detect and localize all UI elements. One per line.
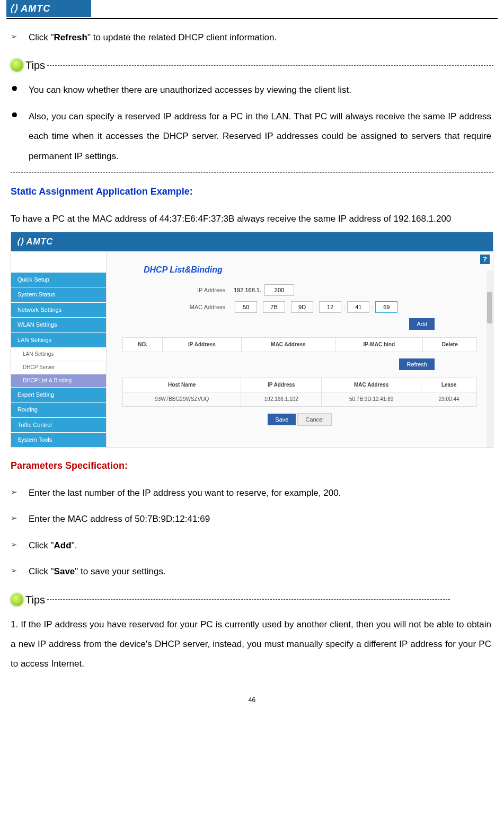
tip-item: ⏺ You can know whether there are unautho… (11, 80, 493, 100)
sidebar-sub-lan-settings[interactable]: LAN Settings (11, 348, 106, 361)
mac-input-3[interactable] (291, 301, 313, 313)
col-bind: IP-MAC bind (335, 338, 423, 352)
tips-label: Tips (25, 54, 45, 77)
ip-prefix: 192.168.1. (234, 286, 261, 294)
router-ui-screenshot: ⟨⟩ AMTC ? Quick Setup System Status Netw… (11, 232, 493, 449)
col-mac2: MAC Address (322, 378, 421, 392)
col-ip: IP Address (163, 338, 241, 352)
mac-input-5[interactable] (347, 301, 369, 313)
scrollbar[interactable] (487, 270, 493, 448)
col-lease: Lease (421, 378, 477, 392)
sidebar-item-system-status[interactable]: System Status (11, 287, 106, 302)
sidebar-item-quick-setup[interactable]: Quick Setup (11, 273, 106, 287)
ip-last-octet-input[interactable] (264, 284, 294, 296)
sidebar-item-network-settings[interactable]: Network Settings (11, 303, 106, 318)
tips-header-2: Tips (11, 588, 493, 611)
table-row: 93W7BBG29WSZVUQ 192.168.1.102 50:7B:9D:1… (123, 392, 477, 407)
sidebar-item-system-tools[interactable]: System Tools (11, 433, 106, 448)
col-delete: Delete (423, 338, 477, 352)
sidebar-sub-dhcp-list-binding[interactable]: DHCP List & Binding (11, 374, 106, 388)
col-ip2: IP Address (241, 378, 322, 392)
divider-dashed (11, 172, 493, 173)
mac-input-4[interactable] (319, 301, 341, 313)
col-hostname: Host Name (123, 378, 241, 392)
col-mac: MAC Address (241, 338, 335, 352)
tip-item: ⏺ Also, you can specify a reserved IP ad… (11, 107, 493, 166)
binding-table: NO. IP Address MAC Address IP-MAC bind D… (122, 337, 477, 352)
param-step: ➢Enter the last number of the IP address… (11, 483, 493, 503)
param-step: ➢Click "Add". (11, 536, 493, 555)
sidebar-item-routing[interactable]: Routing (11, 402, 106, 417)
shot-brand: ⟨⟩ AMTC (11, 232, 493, 251)
sidebar-item-triffic-control[interactable]: Triffic Control (11, 418, 106, 433)
content-title: DHCP List&Binding (144, 264, 477, 276)
save-button[interactable]: Save (268, 414, 296, 425)
add-button[interactable]: Add (409, 318, 435, 330)
shot-sidebar: Quick Setup System Status Network Settin… (11, 251, 107, 448)
parameters-heading: Parameters Specification: (11, 456, 493, 477)
cancel-button[interactable]: Cancel (297, 413, 331, 426)
page-number: 46 (6, 696, 498, 704)
lightbulb-icon (11, 59, 23, 72)
refresh-button[interactable]: Refresh (399, 358, 435, 370)
brand-logo: ⟨⟩ AMTC (6, 0, 91, 17)
col-no: NO. (123, 338, 163, 352)
mac-input-6[interactable] (375, 301, 397, 313)
static-assignment-heading: Static Assignment Application Example: (11, 181, 493, 203)
bottom-tip: 1. If the IP address you have reserved f… (11, 615, 493, 674)
tips-label: Tips (25, 588, 45, 611)
param-step: ➢Click "Save" to save your settings. (11, 562, 493, 581)
static-assignment-body: To have a PC at the MAC address of 44:37… (11, 209, 493, 229)
sidebar-item-wlan-settings[interactable]: WLAN Settings (11, 318, 106, 332)
mac-input-2[interactable] (263, 301, 285, 313)
sidebar-sub-dhcp-server[interactable]: DHCP Server (11, 361, 106, 374)
mac-address-label: MAC Address (122, 303, 234, 311)
mac-input-1[interactable] (235, 301, 257, 313)
help-icon[interactable]: ? (480, 255, 490, 264)
param-step: ➢Enter the MAC address of 50:7B:9D:12:41… (11, 509, 493, 529)
refresh-instruction: ➢ Click "Refresh" to update the related … (11, 28, 493, 47)
sidebar-item-expert-setting[interactable]: Expert Setting (11, 388, 106, 402)
client-table: Host Name IP Address MAC Address Lease 9… (122, 378, 477, 407)
ip-address-label: IP Address (122, 286, 234, 294)
sidebar-item-lan-settings[interactable]: LAN Settings (11, 333, 106, 348)
lightbulb-icon (11, 593, 23, 606)
tips-header: Tips (11, 54, 493, 77)
